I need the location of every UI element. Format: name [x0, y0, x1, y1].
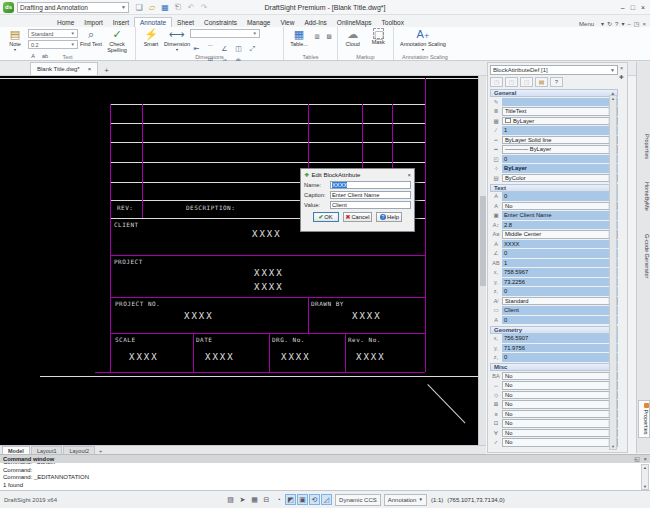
dialog-field-input[interactable]: XXXX [330, 181, 411, 189]
status-icon-5[interactable]: ◩ [285, 494, 296, 505]
status-icon-3[interactable]: ⊟ [261, 494, 272, 505]
section-header-text[interactable]: Text▴ [490, 184, 618, 192]
panel-pin-icon[interactable]: ✚ [619, 74, 624, 80]
property-value[interactable]: No▼ [502, 202, 618, 211]
command-window-icon-0[interactable]: ◱ [634, 456, 639, 462]
ribbon-tab-constraints[interactable]: Constraints [199, 18, 242, 27]
property-value[interactable]: 1 [502, 126, 618, 135]
ribbon-tab-toolbox[interactable]: Toolbox [377, 18, 409, 27]
document-tab-close-icon[interactable]: × [88, 66, 92, 72]
property-value[interactable]: No▼ [502, 429, 618, 438]
property-value[interactable]: No▼ [502, 410, 618, 419]
canvas-scrollbar[interactable] [478, 76, 486, 445]
dimension-button[interactable]: ⟷ Dimension▾ [165, 28, 189, 52]
text-size-combo[interactable]: 0.2▼ [28, 40, 78, 49]
property-value[interactable]: ———— ByLayer▼ [502, 145, 618, 154]
dimension-tool-icon-2[interactable]: ∠ [218, 43, 231, 54]
note-button[interactable]: ▤ Note▾ [3, 28, 27, 52]
status-icon-2[interactable]: ▦ [249, 494, 260, 505]
command-scrollbar[interactable]: ▲▼ [641, 464, 649, 490]
ribbon-tab-view[interactable]: View [275, 18, 299, 27]
property-value[interactable]: 1 [502, 259, 618, 268]
property-value[interactable]: 0 [502, 287, 618, 296]
ribbon-tab-add-ins[interactable]: Add-Ins [299, 18, 331, 27]
status-icon-4[interactable]: ◔ [273, 494, 284, 505]
property-value[interactable]: Middle Center▼ [502, 230, 618, 239]
canvas-scrollbar-thumb[interactable] [480, 196, 486, 286]
dimension-tool-icon-3[interactable]: ◫ [232, 43, 245, 54]
maximize-button[interactable]: □ [631, 4, 635, 11]
property-value[interactable]: TitleText▼ [502, 107, 618, 116]
dimension-style-combo[interactable]: ▼ [190, 29, 260, 38]
property-value[interactable]: No▼ [502, 419, 618, 428]
property-value[interactable]: ByLayer [502, 164, 618, 173]
property-value[interactable]: XXXX [502, 240, 618, 249]
smart-dimension-button[interactable]: ⚡ Smart [139, 28, 163, 47]
property-value[interactable]: No▼ [502, 372, 618, 381]
check-spelling-button[interactable]: ✓ Check Spelling [105, 28, 129, 53]
property-value[interactable]: 0 [502, 249, 618, 258]
property-value[interactable]: No▼ [502, 438, 618, 447]
ribbon-tab-annotate[interactable]: Annotate [134, 17, 172, 27]
dynamic-ccs-button[interactable]: Dynamic CCS [335, 494, 381, 506]
section-header-geometry[interactable]: Geometry▴ [490, 326, 618, 334]
panel-scrollbar[interactable]: ▲▼ [609, 95, 617, 450]
dialog-close-icon[interactable]: × [407, 172, 411, 178]
table-button[interactable]: ▦ Table... [287, 28, 311, 47]
property-value[interactable]: No▼ [502, 391, 618, 400]
property-value[interactable]: 0 [502, 192, 618, 201]
qat-icon-4[interactable]: ↶ [186, 3, 196, 12]
ribbon-tab-import[interactable]: Import [79, 18, 107, 27]
dialog-title-bar[interactable]: ❖ Edit BlockAttribute × [301, 169, 414, 180]
qat-icon-2[interactable]: ▦ [160, 3, 170, 12]
dialog-field-input[interactable]: Enter Client Name [330, 191, 411, 199]
property-value[interactable]: 0 [502, 155, 618, 164]
property-value[interactable]: 0 [502, 316, 618, 325]
property-value[interactable]: 0 [502, 353, 618, 362]
new-document-tab-button[interactable]: + [104, 66, 109, 75]
document-tab[interactable]: Blank Title.dwg* × [30, 62, 98, 75]
ribbon-tab-home[interactable]: Home [52, 18, 79, 27]
cloud-button[interactable]: ☁ Cloud [341, 28, 365, 47]
sheet-tab-layout2[interactable]: Layout2 [63, 446, 95, 454]
section-header-general[interactable]: General▴ [490, 89, 618, 97]
property-value[interactable]: ByLayer▼ [502, 117, 618, 126]
text-style-combo[interactable]: Standard▼ [28, 29, 78, 38]
panel-close-icon[interactable]: × [620, 65, 623, 71]
property-value[interactable]: 2.8 [502, 221, 618, 230]
minimize-button[interactable]: – [621, 4, 625, 11]
section-header-misc[interactable]: Misc▴ [490, 363, 618, 371]
sheet-tab-layout1[interactable]: Layout1 [31, 446, 63, 454]
property-value[interactable] [502, 98, 618, 107]
dialog-field-input[interactable]: Client [330, 201, 411, 209]
mask-button[interactable]: ▢ Mask [367, 28, 391, 45]
property-value[interactable]: ByLayer Solid line▼ [502, 136, 618, 145]
property-value[interactable]: 71.9756 [502, 344, 618, 353]
find-text-button[interactable]: ⌕ Find Text [79, 28, 103, 47]
status-icon-0[interactable]: ▨ [225, 494, 236, 505]
property-value[interactable]: Standard▼ [502, 297, 618, 306]
ribbon-tab-onlinemaps[interactable]: OnlineMaps [332, 18, 377, 27]
ribbon-tab-insert[interactable]: Insert [108, 18, 134, 27]
property-value[interactable]: Enter Client Name [502, 211, 618, 220]
property-value[interactable]: ByColor▼ [502, 174, 618, 183]
property-value[interactable]: No▼ [502, 381, 618, 390]
status-icon-6[interactable]: ▣ [297, 494, 308, 505]
qat-icon-3[interactable]: ⎗ [173, 2, 183, 12]
dimension-tool-icon-0[interactable]: ⇤ [190, 43, 203, 54]
entity-selector-combo[interactable]: BlockAttributeDef [1] ▼ [490, 65, 618, 75]
property-value[interactable]: Client [502, 306, 618, 315]
close-button[interactable]: × [641, 4, 645, 11]
annotation-scale-combo[interactable]: Annotation▼ [384, 494, 427, 506]
status-icon-7[interactable]: ⟲ [309, 494, 320, 505]
command-window-header[interactable]: Command window ◱× [0, 455, 650, 463]
property-value[interactable]: No▼ [502, 400, 618, 409]
cancel-button[interactable]: ✖Cancel [343, 212, 373, 222]
ok-button[interactable]: ✔OK [313, 212, 339, 222]
sheet-tab-model[interactable]: Model [2, 446, 30, 454]
menu-button[interactable]: Menu [579, 21, 594, 27]
property-value[interactable]: 756.5907 [502, 334, 618, 343]
palette-tab-g-code-generator[interactable]: G-code Generator [638, 232, 650, 280]
palette-tab-active-properties[interactable]: Properties [638, 400, 650, 438]
command-window-icon-1[interactable]: × [644, 456, 647, 462]
